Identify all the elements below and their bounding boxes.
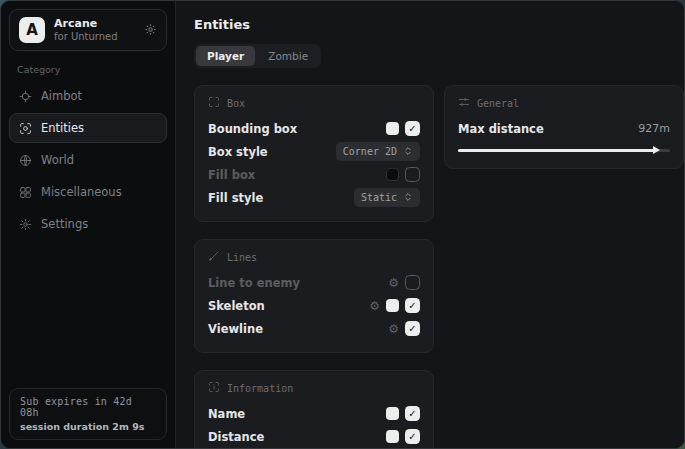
globe-icon [19, 154, 32, 167]
settings-gear-icon[interactable] [144, 21, 157, 40]
color-swatch[interactable] [386, 168, 399, 181]
category-label: Category [17, 64, 159, 75]
app-subtitle: for Unturned [54, 31, 135, 43]
info-icon [208, 381, 220, 395]
setting-row-fill-style: Fill style Static [208, 186, 420, 209]
box-card: Box Bounding box Box style Corne [194, 85, 434, 222]
setting-row-max-distance: Max distance 927m [458, 117, 670, 140]
page-title: Entities [194, 17, 684, 32]
entities-icon [19, 122, 32, 135]
slider-thumb[interactable] [653, 146, 660, 154]
lines-card: Lines Line to enemy ⚙ Skeleton ⚙ [194, 239, 434, 353]
bounding-box-checkbox[interactable] [405, 121, 420, 136]
sliders-icon [458, 96, 470, 110]
grid-icon [19, 186, 32, 199]
sidebar: A Arcane for Unturned Category Aimbot [1, 1, 176, 448]
line-icon [208, 250, 220, 264]
color-swatch[interactable] [386, 122, 399, 135]
sidebar-item-label: Aimbot [41, 89, 82, 103]
box-icon [208, 96, 220, 110]
setting-row-skeleton: Skeleton ⚙ [208, 294, 420, 317]
fill-box-checkbox[interactable] [405, 167, 420, 182]
box-style-dropdown[interactable]: Corner 2D [336, 142, 420, 161]
viewline-checkbox[interactable] [405, 321, 420, 336]
sidebar-item-entities[interactable]: Entities [9, 113, 167, 143]
name-checkbox[interactable] [405, 406, 420, 421]
fill-style-dropdown[interactable]: Static [354, 188, 420, 207]
sidebar-nav: Aimbot Entities World Miscellaneous [9, 81, 167, 239]
crosshair-icon [19, 90, 32, 103]
app-title: Arcane [54, 18, 135, 31]
row-settings-gear-icon[interactable]: ⚙ [388, 323, 399, 335]
chevrons-up-down-icon [403, 146, 413, 158]
sidebar-item-aimbot[interactable]: Aimbot [9, 81, 167, 111]
card-title: Box [227, 98, 245, 109]
gear-icon [19, 218, 32, 231]
logo-card: A Arcane for Unturned [9, 9, 167, 51]
tab-player[interactable]: Player [196, 46, 255, 66]
sidebar-item-label: World [41, 153, 74, 167]
sidebar-item-label: Miscellaneous [41, 185, 122, 199]
distance-checkbox[interactable] [405, 429, 420, 444]
setting-row-line-to-enemy: Line to enemy ⚙ [208, 271, 420, 294]
session-duration-text: session duration 2m 9s [20, 421, 156, 432]
card-title: Information [227, 383, 293, 394]
chevrons-up-down-icon [403, 192, 413, 204]
setting-row-box-style: Box style Corner 2D [208, 140, 420, 163]
row-settings-gear-icon[interactable]: ⚙ [369, 300, 380, 312]
sidebar-item-world[interactable]: World [9, 145, 167, 175]
card-title: General [477, 98, 519, 109]
setting-row-fill-box: Fill box [208, 163, 420, 186]
line-to-enemy-checkbox[interactable] [405, 275, 420, 290]
max-distance-slider[interactable] [458, 144, 670, 156]
max-distance-value: 927m [638, 122, 670, 135]
tab-zombie[interactable]: Zombie [257, 46, 319, 66]
row-settings-gear-icon[interactable]: ⚙ [388, 277, 399, 289]
sidebar-item-label: Settings [41, 217, 88, 231]
color-swatch[interactable] [386, 430, 399, 443]
setting-row-viewline: Viewline ⚙ [208, 317, 420, 340]
color-swatch[interactable] [386, 299, 399, 312]
sidebar-item-settings[interactable]: Settings [9, 209, 167, 239]
general-card: General Max distance 927m [444, 85, 684, 169]
sidebar-item-miscellaneous[interactable]: Miscellaneous [9, 177, 167, 207]
information-card: Information Name Distance [194, 370, 434, 449]
color-swatch[interactable] [386, 407, 399, 420]
setting-row-bounding-box: Bounding box [208, 117, 420, 140]
sidebar-item-label: Entities [41, 121, 84, 135]
card-title: Lines [227, 252, 257, 263]
setting-row-name: Name [208, 402, 420, 425]
sub-expires-text: Sub expires in 42d 08h [20, 396, 156, 418]
app-window: A Arcane for Unturned Category Aimbot [0, 0, 685, 449]
subscription-card: Sub expires in 42d 08h session duration … [9, 388, 167, 440]
skeleton-checkbox[interactable] [405, 298, 420, 313]
main-panel: Entities Player Zombie Box Bounding box [176, 1, 685, 448]
entity-tabs: Player Zombie [194, 44, 321, 68]
app-logo: A [19, 17, 45, 43]
setting-row-distance: Distance [208, 425, 420, 448]
